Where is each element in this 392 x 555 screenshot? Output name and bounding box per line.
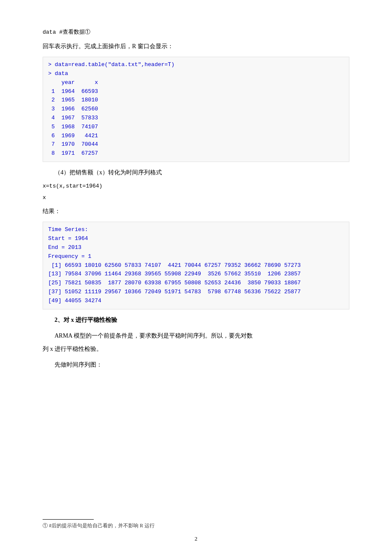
footnote-separator xyxy=(43,519,94,520)
step4-heading: （4）把销售额（x）转化为时间序列格式 xyxy=(55,167,349,178)
page-container: data #查看数据① 回车表示执行。完成上面操作后，R 窗口会显示： > da… xyxy=(0,0,392,555)
footnote-content: #后的提示语句是给自己看的，并不影响 R 运行 xyxy=(49,523,155,529)
enter-desc-text: 回车表示执行。完成上面操作后，R 窗口会显示： xyxy=(43,41,349,52)
code-block-1-section: > data=read.table("data.txt",header=T) >… xyxy=(43,57,349,162)
data-command-section: data #查看数据① xyxy=(43,28,349,36)
code-block-2: Time Series: Start = 1964 End = 2013 Fre… xyxy=(43,222,349,309)
footnote-text: ① #后的提示语句是给自己看的，并不影响 R 运行 xyxy=(43,522,349,529)
result-label-section: 结果： xyxy=(43,206,349,217)
x-command: x xyxy=(43,194,349,201)
section2-heading-section: 2、对 x 进行平稳性检验 xyxy=(43,315,349,325)
footnote-circle: ① xyxy=(43,523,48,529)
arma-desc-section: ARMA 模型的一个前提条件是，要求数列是平稳时间序列。所以，要先对数 列 x … xyxy=(43,330,349,354)
enter-desc-section: 回车表示执行。完成上面操作后，R 窗口会显示： xyxy=(43,41,349,52)
ts-command: x=ts(x,start=1964) xyxy=(43,183,349,189)
step4-section: （4）把销售额（x）转化为时间序列格式 xyxy=(43,167,349,178)
page-number: 2 xyxy=(195,535,198,542)
data-command: data #查看数据① xyxy=(43,28,349,36)
ts-command-section: x=ts(x,start=1964) xyxy=(43,183,349,189)
code-block-2-section: Time Series: Start = 1964 End = 2013 Fre… xyxy=(43,222,349,309)
timeseries-plot-section: 先做时间序列图： xyxy=(43,359,349,370)
code-block-1: > data=read.table("data.txt",header=T) >… xyxy=(43,57,349,162)
x-command-section: x xyxy=(43,194,349,201)
section2-heading: 2、对 x 进行平稳性检验 xyxy=(55,315,349,325)
result-label: 结果： xyxy=(43,206,349,217)
timeseries-plot-label: 先做时间序列图： xyxy=(43,359,349,370)
arma-desc2-text: 列 x 进行平稳性检验。 xyxy=(43,344,349,354)
arma-desc-text: ARMA 模型的一个前提条件是，要求数列是平稳时间序列。所以，要先对数 xyxy=(43,330,349,341)
footnote-area: ① #后的提示语句是给自己看的，并不影响 R 运行 xyxy=(43,519,349,529)
